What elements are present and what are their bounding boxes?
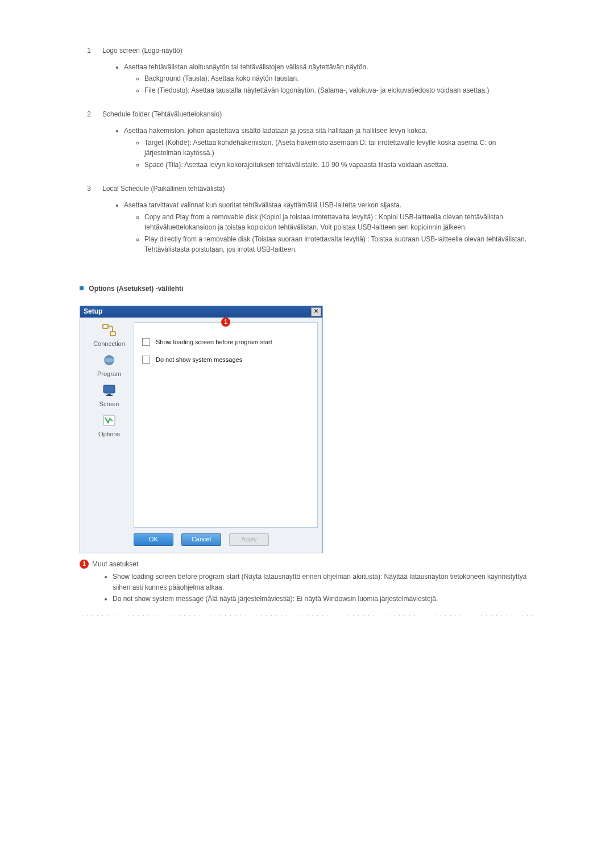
sub-bullet: Copy and Play from a removable disk (Kop… <box>144 212 534 233</box>
section-num: 2 <box>80 109 91 120</box>
section-num: 3 <box>80 183 91 194</box>
close-button[interactable]: ✕ <box>311 307 321 316</box>
sidebar-item-program[interactable]: Program <box>85 352 134 379</box>
section-3: 3 Local Schedule (Paikallinen tehtävälis… <box>80 183 534 255</box>
section-title: Local Schedule (Paikallinen tehtävälista… <box>102 185 225 193</box>
sub-bullet: Target (Kohde): Asettaa kohdehakemiston.… <box>144 137 534 158</box>
footer-title: Muut asetukset <box>92 559 138 570</box>
sub-bullet: Space (Tila): Asettaa levyn kokorajoituk… <box>144 160 534 170</box>
options-tab-heading: Options (Asetukset) -välilehti <box>80 283 534 294</box>
options-icon <box>101 412 118 428</box>
sidebar-item-options[interactable]: Options <box>85 412 134 439</box>
sidebar-item-connection[interactable]: Connection <box>85 322 134 349</box>
section-num: 1 <box>80 45 91 56</box>
footer-bullet: Show loading screen before program start… <box>113 571 534 592</box>
cancel-button[interactable]: Cancel <box>181 533 221 546</box>
checkbox-icon[interactable] <box>142 356 150 364</box>
divider <box>80 615 534 617</box>
option-label: Do not show system messages <box>156 355 242 365</box>
option-label: Show loading screen before program start <box>156 337 272 347</box>
section-1: 1 Logo screen (Logo-näyttö) Asettaa teht… <box>80 45 534 95</box>
callout-marker-1: 1 <box>80 560 89 569</box>
screen-icon <box>101 382 118 398</box>
tab-heading-text: Options (Asetukset) -välilehti <box>89 285 183 293</box>
sidebar-label: Connection <box>93 339 125 349</box>
sidebar-label: Screen <box>99 399 119 409</box>
option-show-loading[interactable]: Show loading screen before program start <box>142 337 309 347</box>
section-2: 2 Schedule folder (Tehtäväluettelokansio… <box>80 109 534 170</box>
sub-bullet: Play directly from a removable disk (Toi… <box>144 234 534 255</box>
sub-bullet: Background (Tausta): Asettaa koko näytön… <box>144 73 534 84</box>
bullet-text: Asettaa hakemiston, johon ajastettava si… <box>124 127 428 135</box>
numbered-sections: 1 Logo screen (Logo-näyttö) Asettaa teht… <box>80 45 534 255</box>
sub-bullet: File (Tiedosto): Asettaa taustalla näyte… <box>144 85 534 96</box>
bullet: Asettaa hakemiston, johon ajastettava si… <box>124 126 534 170</box>
dialog-footer: OK Cancel Apply <box>80 528 322 553</box>
bullet: Asettaa tarvittavat valinnat kun suorita… <box>124 200 534 255</box>
options-panel: 1 Show loading screen before program sta… <box>134 322 318 528</box>
ok-button[interactable]: OK <box>134 533 173 546</box>
section-title: Schedule folder (Tehtäväluettelokansio) <box>102 110 222 118</box>
sidebar-item-screen[interactable]: Screen <box>85 382 134 409</box>
section-title: Logo screen (Logo-näyttö) <box>102 47 182 55</box>
dialog-title: Setup <box>84 306 102 317</box>
svg-rect-1 <box>110 332 115 336</box>
bullet-square-icon <box>80 286 84 290</box>
footer-bullets: Show loading screen before program start… <box>80 571 534 604</box>
dialog-titlebar: Setup ✕ <box>80 306 322 318</box>
sidebar-label: Program <box>97 369 121 379</box>
setup-dialog: Setup ✕ Connection Program <box>80 306 323 553</box>
bullet-text: Asettaa tehtävälistan aloitusnäytön tai … <box>124 63 368 71</box>
program-icon <box>101 352 118 368</box>
svg-rect-5 <box>106 395 113 396</box>
footer-callout: 1 Muut asetukset <box>80 559 534 570</box>
bullet-text: Asettaa tarvittavat valinnat kun suorita… <box>124 201 401 209</box>
dialog-sidebar: Connection Program Screen <box>85 322 134 528</box>
checkbox-icon[interactable] <box>142 338 150 346</box>
callout-marker-1: 1 <box>221 318 230 327</box>
footer-bullet: Do not show system message (Älä näytä jä… <box>113 594 534 604</box>
sidebar-label: Options <box>98 429 120 439</box>
svg-rect-0 <box>103 324 108 328</box>
bullet: Asettaa tehtävälistan aloitusnäytön tai … <box>124 62 534 96</box>
connection-icon <box>101 322 118 338</box>
svg-rect-4 <box>107 394 111 395</box>
apply-button[interactable]: Apply <box>229 533 269 546</box>
svg-rect-3 <box>103 385 115 393</box>
option-no-system-messages[interactable]: Do not show system messages <box>142 355 309 365</box>
